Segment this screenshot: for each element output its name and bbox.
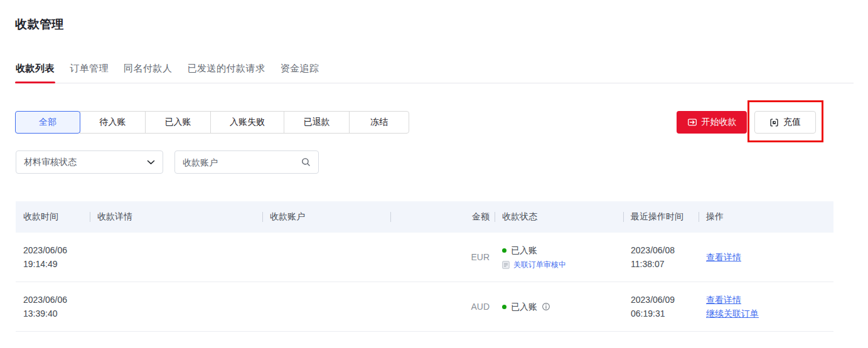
tab-same-name-payers[interactable]: 同名付款人 bbox=[123, 61, 173, 83]
table-header-row: 收款时间 收款详情 收款账户 金额 收款状态 最近操作时间 操作 bbox=[16, 201, 833, 233]
account-search-box bbox=[174, 150, 319, 174]
collection-date: 2023/06/06 bbox=[23, 293, 90, 307]
cell-last-operation-time: 2023/06/09 06:19:31 bbox=[623, 293, 699, 320]
cell-currency: EUR bbox=[390, 250, 495, 264]
tab-bar: 收款列表 订单管理 同名付款人 已发送的付款请求 资金追踪 bbox=[15, 61, 854, 83]
status-label: 已入账 bbox=[511, 243, 537, 257]
collection-clock: 19:14:49 bbox=[23, 257, 90, 271]
header-collection-account: 收款账户 bbox=[262, 211, 390, 223]
cell-collection-status: 已入账 bbox=[495, 300, 623, 314]
material-review-status-placeholder: 材料审核状态 bbox=[24, 157, 147, 168]
account-search-input[interactable] bbox=[183, 157, 301, 167]
tab-collection-list[interactable]: 收款列表 bbox=[15, 61, 55, 83]
filter-failed[interactable]: 入账失败 bbox=[210, 111, 284, 134]
view-details-link[interactable]: 查看详情 bbox=[706, 250, 741, 264]
header-operations: 操作 bbox=[699, 211, 833, 223]
chevron-down-icon bbox=[147, 160, 155, 165]
linked-order-review-label: 关联订单审核中 bbox=[513, 258, 566, 271]
tab-sent-payment-requests[interactable]: 已发送的付款请求 bbox=[187, 61, 266, 83]
collection-date: 2023/06/06 bbox=[23, 243, 90, 257]
cell-currency: AUD bbox=[390, 300, 495, 314]
status-filter-group: 全部 待入账 已入账 入账失败 已退款 冻结 bbox=[15, 111, 409, 134]
cell-collection-time: 2023/06/06 13:39:40 bbox=[16, 293, 90, 320]
start-collection-label: 开始收款 bbox=[702, 117, 737, 128]
filter-received[interactable]: 已入账 bbox=[145, 111, 211, 134]
operation-date: 2023/06/08 bbox=[631, 243, 699, 257]
header-collection-detail: 收款详情 bbox=[90, 211, 262, 223]
operation-clock: 11:38:07 bbox=[631, 257, 699, 271]
recharge-label: 充值 bbox=[783, 117, 801, 128]
search-icon[interactable] bbox=[301, 157, 311, 167]
header-amount: 金额 bbox=[390, 211, 495, 223]
start-collection-button[interactable]: 开始收款 bbox=[677, 111, 747, 134]
material-review-status-select[interactable]: 材料审核状态 bbox=[16, 150, 163, 174]
filter-refunded[interactable]: 已退款 bbox=[284, 111, 350, 134]
cell-operations: 查看详情 继续关联订单 bbox=[699, 293, 833, 320]
recharge-icon bbox=[769, 118, 779, 127]
cell-operations: 查看详情 bbox=[699, 250, 833, 264]
recharge-button[interactable]: 充值 bbox=[754, 111, 816, 134]
transfer-card-icon bbox=[687, 117, 697, 127]
linked-order-review-link[interactable]: 关联订单审核中 bbox=[502, 258, 623, 271]
header-last-operation-time: 最近操作时间 bbox=[623, 211, 699, 223]
cell-last-operation-time: 2023/06/08 11:38:07 bbox=[623, 243, 699, 271]
status-green-dot-icon bbox=[502, 305, 506, 309]
document-icon bbox=[502, 261, 510, 269]
continue-link-order-link[interactable]: 继续关联订单 bbox=[706, 307, 759, 320]
cell-collection-time: 2023/06/06 19:14:49 bbox=[16, 243, 90, 271]
table-row: 2023/06/06 13:39:40 AUD 已入账 bbox=[16, 282, 833, 332]
status-label: 已入账 bbox=[511, 300, 537, 314]
collection-management-page: 收款管理 收款列表 订单管理 同名付款人 已发送的付款请求 资金追踪 全部 待入… bbox=[0, 0, 868, 348]
page-title: 收款管理 bbox=[15, 16, 64, 33]
header-collection-time: 收款时间 bbox=[16, 211, 90, 223]
cell-collection-status: 已入账 关联订单审核中 bbox=[495, 243, 623, 271]
table-row: 2023/06/06 19:14:49 EUR 已入账 bbox=[16, 233, 833, 282]
action-buttons: 开始收款 充值 bbox=[677, 111, 816, 134]
tab-fund-tracking[interactable]: 资金追踪 bbox=[280, 61, 320, 83]
collections-table: 收款时间 收款详情 收款账户 金额 收款状态 最近操作时间 操作 2023/06… bbox=[16, 201, 833, 332]
filter-frozen[interactable]: 冻结 bbox=[349, 111, 409, 134]
operation-date: 2023/06/09 bbox=[631, 293, 699, 307]
filter-all[interactable]: 全部 bbox=[15, 111, 80, 134]
view-details-link[interactable]: 查看详情 bbox=[706, 293, 741, 307]
info-circle-icon[interactable] bbox=[542, 302, 550, 311]
tab-order-management[interactable]: 订单管理 bbox=[69, 61, 109, 83]
operation-clock: 06:19:31 bbox=[631, 307, 699, 320]
collection-clock: 13:39:40 bbox=[23, 307, 90, 320]
header-collection-status: 收款状态 bbox=[495, 211, 623, 223]
status-green-dot-icon bbox=[502, 248, 506, 253]
filter-pending[interactable]: 待入账 bbox=[80, 111, 146, 134]
